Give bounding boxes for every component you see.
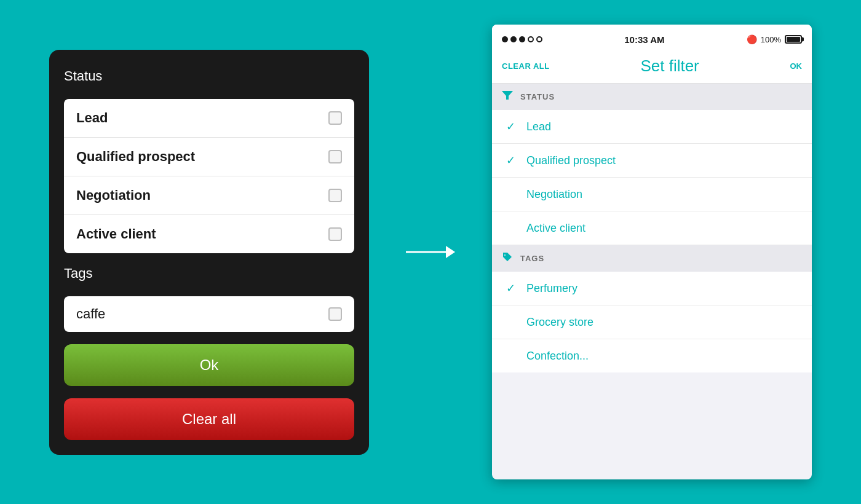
ok-button[interactable]: Ok xyxy=(64,344,354,386)
clear-all-nav-button[interactable]: CLEAR ALL xyxy=(502,61,550,71)
tags-section-header: TAGS xyxy=(492,245,812,272)
qualified-prospect-checkbox[interactable] xyxy=(328,150,342,163)
clear-all-button[interactable]: Clear all xyxy=(64,398,354,440)
ok-nav-button[interactable]: OK xyxy=(790,61,803,71)
battery-fill xyxy=(787,37,800,42)
negotiation-checkbox[interactable] xyxy=(328,189,342,202)
direction-arrow xyxy=(406,243,455,261)
signal-dots xyxy=(502,36,542,42)
status-bar: 10:33 AM 🔴 100% xyxy=(492,25,812,52)
nav-title: Set filter xyxy=(640,57,699,76)
status-filter-list: Lead Qualified prospect Negotiation Acti… xyxy=(64,99,354,253)
battery-icon xyxy=(785,35,802,44)
confection-item-label: Confection... xyxy=(526,350,589,363)
active-client-checkbox[interactable] xyxy=(328,227,342,241)
checkmark-icon: ✓ xyxy=(504,154,517,167)
list-item[interactable]: Lead xyxy=(64,99,354,138)
content-list: STATUS ✓ Lead ✓ Qualified prospect ✓ Neg… xyxy=(492,84,812,479)
svg-marker-2 xyxy=(502,91,513,100)
lead-item-label: Lead xyxy=(526,120,551,133)
tags-section-header-text: TAGS xyxy=(520,254,544,263)
tags-input-row[interactable]: caffe xyxy=(64,296,354,332)
list-item[interactable]: ✓ Active client xyxy=(492,211,812,245)
right-panel: 10:33 AM 🔴 100% CLEAR ALL Set filter OK xyxy=(492,25,812,479)
active-client-item-label: Active client xyxy=(526,222,585,235)
tags-checkbox[interactable] xyxy=(328,307,342,321)
list-item[interactable]: ✓ Grocery store xyxy=(492,305,812,339)
list-item[interactable]: Qualified prospect xyxy=(64,138,354,176)
grocery-store-item-label: Grocery store xyxy=(526,316,593,329)
list-item[interactable]: ✓ Qualified prospect xyxy=(492,144,812,178)
lead-checkbox[interactable] xyxy=(328,111,342,125)
tags-section-label: Tags xyxy=(64,266,354,282)
battery-area: 🔴 100% xyxy=(747,34,802,44)
tag-icon xyxy=(502,251,513,266)
signal-dot-5 xyxy=(536,36,542,42)
perfumery-item-label: Perfumery xyxy=(526,282,577,295)
signal-dot-1 xyxy=(502,36,508,42)
active-client-label: Active client xyxy=(76,226,156,242)
list-item[interactable]: Active client xyxy=(64,215,354,253)
list-item[interactable]: Negotiation xyxy=(64,176,354,215)
list-item[interactable]: ✓ Lead xyxy=(492,110,812,144)
status-section-label: Status xyxy=(64,68,354,84)
nav-bar: CLEAR ALL Set filter OK xyxy=(492,52,812,84)
tags-input-value: caffe xyxy=(76,306,105,322)
battery-percent: 100% xyxy=(761,35,781,44)
checkmark-icon: ✓ xyxy=(504,120,517,133)
negotiation-label: Negotiation xyxy=(76,187,151,203)
status-section-header: STATUS xyxy=(492,84,812,110)
clock: 10:33 AM xyxy=(624,34,664,45)
filter-icon xyxy=(502,90,513,104)
list-item[interactable]: ✓ Confection... xyxy=(492,339,812,372)
checkmark-icon: ✓ xyxy=(504,282,517,295)
qualified-prospect-item-label: Qualified prospect xyxy=(526,154,616,167)
signal-dot-2 xyxy=(510,36,517,42)
signal-dot-3 xyxy=(519,36,525,42)
svg-marker-1 xyxy=(446,246,455,258)
status-section-header-text: STATUS xyxy=(520,92,555,101)
signal-dot-4 xyxy=(528,36,534,42)
left-panel: Status Lead Qualified prospect Negotiati… xyxy=(49,50,369,455)
arrow-container xyxy=(406,243,455,261)
negotiation-item-label: Negotiation xyxy=(526,188,582,201)
main-container: Status Lead Qualified prospect Negotiati… xyxy=(0,0,861,504)
bluetooth-icon: 🔴 xyxy=(747,34,757,44)
list-item[interactable]: ✓ Perfumery xyxy=(492,272,812,305)
list-item[interactable]: ✓ Negotiation xyxy=(492,178,812,211)
lead-label: Lead xyxy=(76,110,108,126)
qualified-prospect-label: Qualified prospect xyxy=(76,149,195,165)
